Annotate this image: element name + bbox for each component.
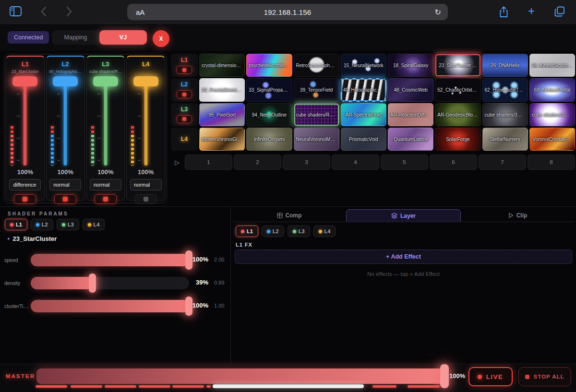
volume-fader[interactable] bbox=[87, 76, 125, 166]
clip-cell-selected[interactable]: 40_HolographicM… bbox=[341, 78, 386, 101]
clip-cell[interactable]: 62_HypercubeTes… bbox=[482, 78, 528, 101]
scene-button-8[interactable]: 8 bbox=[528, 154, 575, 170]
clip-cell[interactable]: VoronoiCrystalE… bbox=[529, 128, 575, 151]
scene-play-icon[interactable]: ▷ bbox=[171, 154, 183, 170]
clip-name: 23_StarCluster … bbox=[435, 63, 480, 68]
scene-button-7[interactable]: 7 bbox=[479, 154, 526, 170]
layer-stop-button[interactable] bbox=[135, 194, 157, 204]
fader-thumb[interactable] bbox=[133, 76, 158, 86]
clip-cell[interactable]: crystal-dimension… bbox=[199, 54, 245, 77]
slider-thumb[interactable] bbox=[89, 273, 96, 293]
sidebar-toggle-icon[interactable] bbox=[10, 6, 22, 16]
clip-name: StellarNursery bbox=[483, 136, 528, 142]
add-effect-button[interactable]: + Add Effect bbox=[235, 249, 572, 264]
clip-name: QuantumLattice bbox=[388, 136, 433, 142]
blend-mode-select[interactable]: normal bbox=[49, 179, 81, 190]
tab-clip[interactable]: Clip bbox=[461, 209, 575, 222]
clip-cell-selected[interactable]: 23_StarCluster … bbox=[435, 54, 480, 77]
volume-fader[interactable] bbox=[6, 76, 44, 166]
clip-cell[interactable]: 94_NeonOutline bbox=[246, 103, 292, 126]
param-chip-l1[interactable]: L1 bbox=[5, 219, 27, 230]
row-stop-button[interactable] bbox=[177, 115, 192, 123]
stop-all-button[interactable]: STOP ALL bbox=[518, 367, 571, 386]
clip-cell[interactable]: NeuralVoronoiMat… bbox=[294, 128, 339, 151]
clip-cell[interactable]: 15_NeuralNetwork bbox=[341, 54, 386, 77]
tab-vj[interactable]: VJ bbox=[99, 30, 147, 45]
scene-button-5[interactable]: 5 bbox=[381, 154, 428, 170]
layer-stop-button[interactable] bbox=[14, 194, 36, 204]
clip-cell[interactable]: 33_SignalPropaga… bbox=[246, 78, 292, 101]
clip-cell[interactable]: 48_CosmicWeb bbox=[388, 78, 433, 101]
clip-cell[interactable]: 18_SpiralGalaxy bbox=[388, 54, 433, 77]
tab-layer[interactable]: Layer bbox=[346, 209, 461, 222]
close-button[interactable]: X bbox=[153, 30, 169, 47]
back-icon[interactable] bbox=[40, 6, 47, 17]
clip-cell[interactable]: 26_DNAHelix bbox=[482, 54, 528, 77]
clip-cell[interactable]: 95_PixelSort bbox=[199, 103, 245, 126]
clip-cell[interactable]: StellarNursery bbox=[482, 128, 528, 151]
tab-comp[interactable]: Comp bbox=[232, 209, 346, 222]
layer-color-dot bbox=[88, 223, 91, 226]
live-button[interactable]: LIVE bbox=[468, 367, 513, 386]
master-fader[interactable] bbox=[36, 368, 447, 384]
fader-thumb[interactable] bbox=[53, 76, 78, 86]
fader-thumb[interactable] bbox=[93, 76, 118, 86]
clip-cell[interactable]: AR-SpectralFluid bbox=[341, 103, 386, 126]
scene-button-2[interactable]: 2 bbox=[234, 154, 281, 170]
clip-name: cube shaders/RO… bbox=[294, 112, 339, 117]
slider-track[interactable] bbox=[31, 277, 189, 289]
fx-chip-l1[interactable]: L1 bbox=[236, 226, 258, 237]
fx-chip-l4[interactable]: L4 bbox=[313, 226, 336, 237]
clip-cell[interactable]: psychedelic-noise… bbox=[246, 54, 292, 77]
clip-cell[interactable]: 39_TensorField bbox=[294, 78, 339, 101]
tabs-overview-icon[interactable] bbox=[554, 6, 565, 17]
param-percent: 100% bbox=[190, 302, 208, 309]
blend-mode-select[interactable]: normal bbox=[90, 179, 121, 190]
forward-icon[interactable] bbox=[66, 6, 72, 17]
clip-cell[interactable]: 52_ChaoticOrbital… bbox=[435, 78, 480, 101]
chip-label: L1 bbox=[247, 228, 253, 234]
slider-track[interactable] bbox=[31, 300, 189, 312]
clip-cell[interactable]: AR-GeodesicBloom bbox=[435, 103, 480, 126]
master-thumb[interactable] bbox=[440, 364, 449, 388]
clip-cell[interactable]: PrismaticVoid bbox=[341, 128, 386, 151]
volume-fader[interactable] bbox=[47, 76, 84, 166]
slider-track[interactable] bbox=[31, 254, 189, 266]
scene-button-6[interactable]: 6 bbox=[430, 154, 477, 170]
clip-cell[interactable]: 68_MobiusPortal bbox=[529, 78, 575, 101]
clip-cell[interactable]: AR-ReactionDiffus… bbox=[388, 103, 433, 126]
clip-cell[interactable]: 24_KineticSculpture bbox=[529, 54, 575, 77]
share-icon[interactable] bbox=[499, 6, 508, 18]
clip-cell[interactable]: SolarForge bbox=[435, 128, 480, 151]
clip-cell[interactable]: 22_FractalAtomic… bbox=[199, 78, 245, 101]
address-bar[interactable]: aA 192.168.1.156 ↻ bbox=[127, 4, 448, 20]
text-size-button[interactable]: aA bbox=[136, 8, 144, 16]
clip-cell[interactable]: InfiniteOrigami bbox=[246, 128, 292, 151]
clip-cell[interactable]: MoltenVoronoiGl… bbox=[199, 128, 245, 151]
scene-button-4[interactable]: 4 bbox=[332, 154, 379, 170]
fader-thumb[interactable] bbox=[12, 76, 37, 86]
row-stop-button[interactable] bbox=[177, 66, 192, 74]
clip-cell-selected[interactable]: cube shaders/RO… bbox=[294, 103, 339, 126]
stop-all-label: STOP ALL bbox=[533, 374, 564, 380]
row-stop-button[interactable] bbox=[177, 90, 192, 98]
param-chip-l3[interactable]: L3 bbox=[57, 219, 79, 230]
clip-cell[interactable]: cube shaders/3D_… bbox=[529, 103, 575, 126]
blend-mode-select[interactable]: difference bbox=[9, 179, 41, 190]
scene-button-3[interactable]: 3 bbox=[283, 154, 330, 170]
scene-button-1[interactable]: 1 bbox=[185, 154, 232, 170]
fx-chip-l2[interactable]: L2 bbox=[262, 226, 284, 237]
reload-icon[interactable]: ↻ bbox=[435, 8, 441, 17]
blend-mode-select[interactable]: normal bbox=[130, 179, 162, 190]
clip-cell[interactable]: QuantumLattice bbox=[388, 128, 433, 151]
layer-stop-button[interactable] bbox=[95, 194, 117, 204]
volume-fader[interactable] bbox=[127, 76, 165, 166]
fx-chip-l3[interactable]: L3 bbox=[288, 226, 310, 237]
param-chip-l4[interactable]: L4 bbox=[83, 219, 105, 230]
tab-mapping[interactable]: Mapping bbox=[52, 30, 99, 45]
clip-cell[interactable]: cube shaders/3D_… bbox=[482, 103, 528, 126]
new-tab-icon[interactable]: + bbox=[528, 6, 535, 16]
clip-cell[interactable]: RetroSpaceSpher… bbox=[294, 54, 339, 77]
layer-stop-button[interactable] bbox=[54, 194, 76, 204]
param-chip-l2[interactable]: L2 bbox=[31, 219, 53, 230]
